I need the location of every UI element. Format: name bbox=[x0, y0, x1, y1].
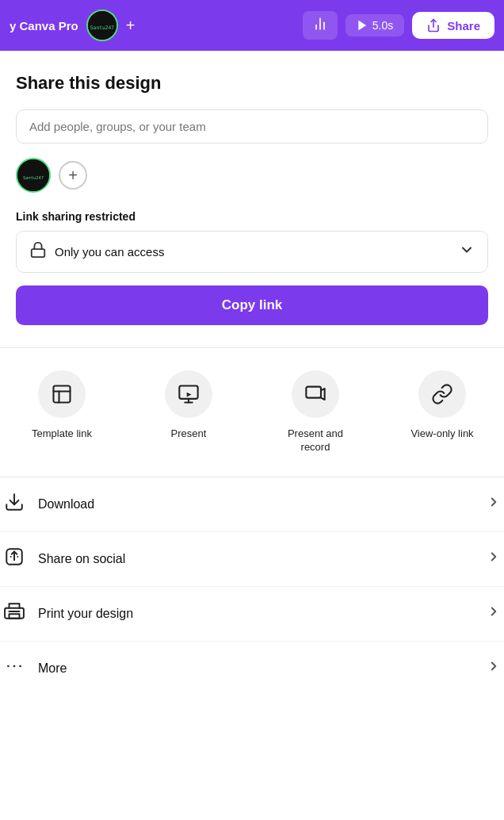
present-icon-wrap bbox=[165, 370, 212, 418]
present-icon bbox=[178, 383, 200, 405]
svg-text:Santu247: Santu247 bbox=[90, 25, 115, 30]
template-link-icon bbox=[51, 383, 73, 405]
svg-rect-17 bbox=[306, 387, 321, 398]
print-chevron bbox=[487, 604, 501, 623]
svg-point-23 bbox=[13, 665, 16, 667]
download-icon bbox=[3, 492, 25, 517]
menu-list: Download Share on social bbox=[0, 477, 504, 711]
more-icon bbox=[3, 656, 25, 681]
quick-action-template-link[interactable]: Template link bbox=[30, 370, 94, 454]
quick-action-view-only[interactable]: View-only link bbox=[410, 370, 474, 454]
share-panel: Share this design Santu247 + Link sharin… bbox=[0, 51, 504, 347]
add-people-button[interactable]: + bbox=[59, 161, 87, 190]
brand-label: y Canva Pro bbox=[10, 19, 78, 33]
play-button[interactable]: 5.0s bbox=[346, 14, 404, 36]
view-only-icon bbox=[431, 383, 453, 405]
user-avatar: Santu247 bbox=[16, 158, 51, 193]
download-label: Download bbox=[38, 497, 474, 512]
share-button[interactable]: Share bbox=[412, 12, 494, 39]
topbar: y Canva Pro Santu247 + 5.0s Share bbox=[0, 0, 504, 51]
template-link-icon-wrap bbox=[38, 370, 86, 418]
menu-item-download[interactable]: Download bbox=[0, 477, 504, 532]
svg-point-24 bbox=[19, 665, 21, 667]
present-record-icon-wrap bbox=[292, 370, 339, 418]
download-chevron bbox=[487, 495, 501, 513]
view-only-label: View-only link bbox=[410, 427, 473, 441]
svg-point-22 bbox=[7, 665, 10, 667]
template-link-label: Template link bbox=[32, 427, 92, 441]
svg-rect-10 bbox=[54, 386, 71, 403]
svg-text:Santu247: Santu247 bbox=[23, 175, 44, 180]
share-label: Share bbox=[447, 19, 480, 33]
more-label: More bbox=[38, 661, 474, 676]
share-social-icon bbox=[3, 546, 25, 572]
svg-rect-9 bbox=[32, 249, 45, 257]
chevron-down-icon bbox=[459, 242, 475, 262]
link-access-dropdown[interactable]: Only you can access bbox=[16, 231, 488, 273]
print-label: Print your design bbox=[38, 607, 474, 621]
svg-rect-21 bbox=[10, 614, 20, 618]
view-only-icon-wrap bbox=[418, 370, 466, 418]
panel-title: Share this design bbox=[16, 73, 488, 94]
menu-item-print[interactable]: Print your design bbox=[0, 587, 504, 642]
present-label: Present bbox=[171, 427, 207, 441]
menu-item-share-social[interactable]: Share on social bbox=[0, 532, 504, 587]
stats-icon bbox=[312, 16, 328, 35]
menu-item-more[interactable]: More bbox=[0, 642, 504, 695]
present-record-label: Present and record bbox=[284, 427, 347, 454]
avatars-row: Santu247 + bbox=[16, 158, 488, 193]
share-social-label: Share on social bbox=[38, 552, 474, 566]
svg-rect-20 bbox=[5, 607, 24, 618]
link-access-text: Only you can access bbox=[55, 245, 451, 259]
svg-marker-14 bbox=[187, 393, 192, 397]
more-chevron bbox=[487, 659, 501, 677]
search-input[interactable] bbox=[16, 109, 488, 144]
quick-action-present[interactable]: Present bbox=[157, 370, 220, 454]
present-record-icon bbox=[304, 383, 326, 405]
copy-link-button[interactable]: Copy link bbox=[16, 285, 488, 325]
add-icon: + bbox=[68, 167, 78, 185]
link-sharing-label: Link sharing restricted bbox=[16, 210, 488, 223]
quick-action-present-record[interactable]: Present and record bbox=[284, 370, 347, 454]
avatar: Santu247 bbox=[86, 10, 118, 41]
share-social-chevron bbox=[487, 550, 501, 568]
print-icon bbox=[3, 601, 25, 626]
svg-rect-13 bbox=[179, 386, 197, 399]
play-label: 5.0s bbox=[372, 19, 393, 32]
quick-actions: Template link Present Present and record bbox=[0, 348, 504, 477]
lock-icon bbox=[29, 241, 47, 262]
stats-button[interactable] bbox=[303, 11, 338, 40]
svg-marker-5 bbox=[359, 21, 365, 30]
plus-button[interactable]: + bbox=[126, 17, 136, 35]
